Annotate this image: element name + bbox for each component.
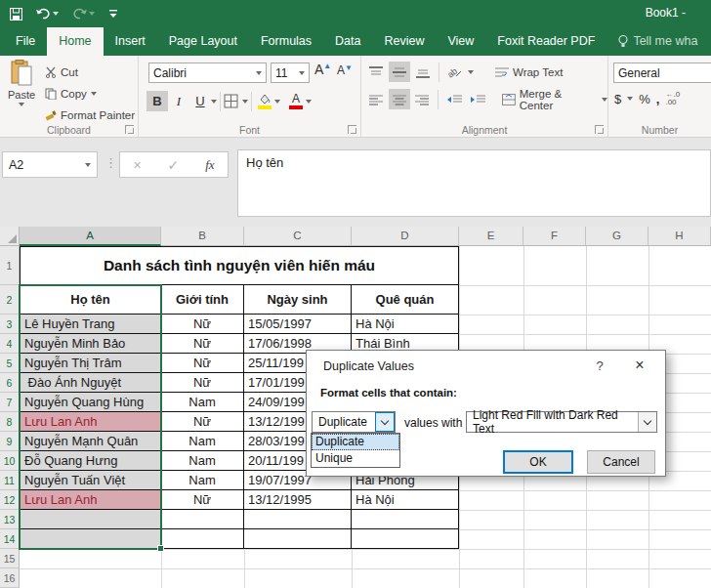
clipboard-dialog-launcher-icon[interactable]	[125, 125, 134, 134]
ok-button[interactable]: OK	[503, 450, 573, 474]
cell-B2[interactable]: Giới tính	[161, 285, 244, 315]
customize-qat-icon[interactable]	[108, 9, 118, 19]
tab-insert[interactable]: Insert	[104, 27, 157, 56]
cell-B11[interactable]: Nam	[161, 471, 244, 490]
align-top-button[interactable]	[365, 62, 387, 82]
font-family-select[interactable]: Calibri	[148, 63, 267, 83]
row-header-11[interactable]: 11	[0, 471, 20, 490]
tab-file[interactable]: File	[4, 27, 47, 56]
column-header-B[interactable]: B	[161, 227, 244, 246]
font-size-select[interactable]: 11	[271, 63, 310, 83]
rule-type-select[interactable]: Duplicate	[312, 411, 396, 433]
undo-button[interactable]	[36, 8, 59, 20]
italic-button[interactable]: I	[168, 91, 189, 111]
merge-center-button[interactable]: Merge & Center	[502, 89, 607, 109]
underline-dropdown-icon[interactable]	[211, 100, 217, 104]
cell-A13[interactable]	[20, 510, 161, 529]
row-header-9[interactable]: 9	[0, 432, 20, 451]
row-header-5[interactable]: 5	[0, 354, 20, 373]
help-icon[interactable]: ?	[592, 358, 607, 373]
tab-tell-me[interactable]: Tell me wha	[606, 27, 709, 56]
cell-C12[interactable]: 13/12/1995	[244, 490, 352, 510]
close-icon[interactable]: ×	[629, 355, 650, 376]
cell-A10[interactable]: Đỗ Quang Hưng	[20, 451, 161, 471]
cell-D13[interactable]	[352, 510, 459, 529]
fill-color-button[interactable]	[255, 91, 274, 111]
cell-B14[interactable]	[161, 529, 244, 549]
borders-dropdown-icon[interactable]	[242, 100, 248, 104]
redo-dropdown-icon[interactable]	[89, 12, 95, 16]
cell-B6[interactable]: Nữ	[161, 373, 244, 393]
column-header-A[interactable]: A	[20, 227, 161, 246]
undo-dropdown-icon[interactable]	[53, 12, 59, 16]
chevron-down-icon[interactable]	[638, 412, 656, 432]
font-color-button[interactable]: A	[286, 91, 306, 111]
cell-B3[interactable]: Nữ	[161, 315, 244, 334]
cell-A8[interactable]: Lưu Lan Anh	[20, 412, 161, 432]
column-header-G[interactable]: G	[586, 227, 648, 246]
underline-button[interactable]: U	[189, 91, 211, 111]
comma-style-button[interactable]: ,	[656, 92, 660, 106]
row-header-1[interactable]: 1	[0, 246, 20, 285]
redo-button[interactable]	[72, 8, 95, 20]
cell-A5[interactable]: Nguyễn Thị Trâm	[20, 354, 161, 373]
align-center-button[interactable]	[389, 89, 410, 109]
cell-A9[interactable]: Nguyễn Mạnh Quân	[20, 432, 161, 451]
accounting-format-button[interactable]: $	[614, 92, 621, 106]
cell-A2[interactable]: Họ tên	[20, 285, 161, 315]
row-header-8[interactable]: 8	[0, 412, 20, 432]
cell-A4[interactable]: Nguyễn Minh Bảo	[20, 334, 161, 354]
row-header-12[interactable]: 12	[0, 490, 20, 510]
column-header-E[interactable]: E	[459, 227, 523, 246]
row-header-10[interactable]: 10	[0, 451, 20, 471]
cell-C2[interactable]: Ngày sinh	[244, 285, 352, 315]
tab-formulas[interactable]: Formulas	[249, 27, 323, 56]
name-box[interactable]: A2	[2, 151, 98, 178]
wrap-text-button[interactable]: Wrap Text	[495, 62, 563, 82]
name-box-dropdown-icon[interactable]	[85, 163, 91, 167]
shrink-font-button[interactable]: A▼	[337, 63, 353, 77]
cell-D14[interactable]	[352, 529, 459, 549]
cell-D3[interactable]: Hà Nội	[352, 315, 459, 334]
cancel-entry-icon[interactable]: ×	[133, 157, 141, 173]
cell-B9[interactable]: Nam	[161, 432, 244, 451]
chevron-down-icon[interactable]	[375, 412, 395, 432]
cell-C3[interactable]: 15/05/1997	[244, 315, 352, 334]
row-header-15[interactable]: 15	[0, 549, 20, 568]
tab-page-layout[interactable]: Page Layout	[157, 27, 249, 56]
tab-home[interactable]: Home	[47, 27, 103, 56]
formula-input[interactable]: Họ tên	[237, 149, 711, 217]
paste-dropdown-icon[interactable]	[19, 103, 24, 106]
format-style-select[interactable]: Light Red Fill with Dark Red Text	[466, 411, 657, 433]
format-painter-button[interactable]: Format Painter	[45, 105, 135, 125]
cut-button[interactable]: Cut	[45, 62, 78, 82]
alignment-dialog-launcher-icon[interactable]	[595, 125, 604, 134]
font-color-dropdown-icon[interactable]	[306, 100, 312, 104]
cell-D2[interactable]: Quê quán	[352, 285, 459, 315]
cell-A1-title[interactable]: Danh sách tình nguyện viên hiến máu	[20, 246, 459, 285]
row-header-4[interactable]: 4	[0, 334, 20, 354]
align-middle-button[interactable]	[389, 62, 410, 82]
row-header-14[interactable]: 14	[0, 529, 20, 549]
column-header-H[interactable]: H	[648, 227, 711, 246]
increase-decimal-icon[interactable]: ←.0.00	[665, 91, 680, 106]
confirm-entry-icon[interactable]: ✓	[168, 157, 180, 173]
cell-A11[interactable]: Nguyễn Tuấn Việt	[20, 471, 161, 490]
column-header-C[interactable]: C	[244, 227, 352, 246]
orientation-dropdown-icon[interactable]	[468, 70, 474, 74]
font-dialog-launcher-icon[interactable]	[348, 125, 356, 134]
merge-dropdown-icon[interactable]	[602, 98, 607, 102]
cell-B8[interactable]: Nữ	[161, 412, 244, 432]
column-header-F[interactable]: F	[523, 227, 586, 246]
cell-A14[interactable]	[20, 529, 161, 549]
row-header-16[interactable]: 16	[0, 568, 20, 588]
option-duplicate[interactable]: Duplicate	[312, 434, 399, 450]
cell-A3[interactable]: Lê Huyền Trang	[20, 315, 161, 334]
align-right-button[interactable]	[412, 89, 434, 109]
cell-C14[interactable]	[244, 529, 352, 549]
cell-B12[interactable]: Nữ	[161, 490, 244, 510]
accounting-dropdown-icon[interactable]	[627, 97, 633, 101]
row-header-2[interactable]: 2	[0, 285, 20, 315]
cell-D12[interactable]: Hà Nội	[352, 490, 459, 510]
tab-view[interactable]: View	[436, 27, 485, 56]
